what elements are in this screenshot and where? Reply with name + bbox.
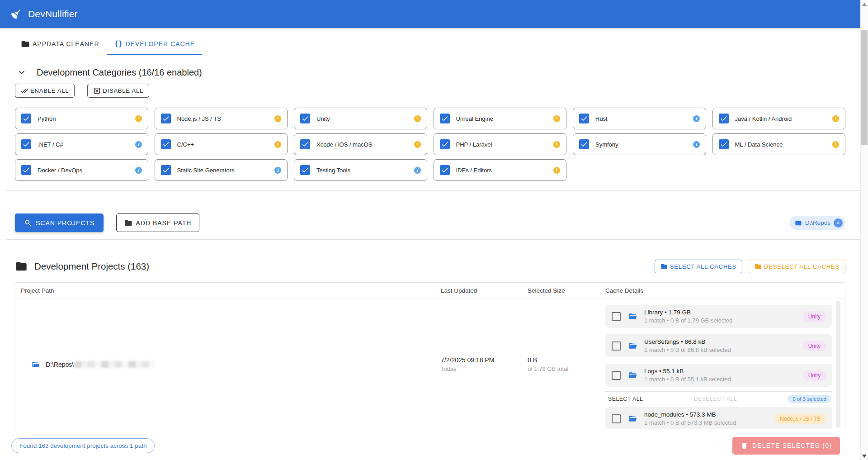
category-info-badge[interactable]: [414, 141, 421, 148]
status-chip: Found 163 development projects across 1 …: [11, 438, 155, 453]
projects-heading-row: Development Projects (163) SELECT ALL CA…: [15, 260, 845, 273]
category-card-ml[interactable]: ML / Data Science: [712, 133, 846, 155]
category-info-badge[interactable]: [274, 141, 281, 148]
check-icon: [301, 166, 309, 174]
category-info-badge[interactable]: [414, 167, 421, 174]
category-card-cpp[interactable]: C/C++: [155, 133, 288, 155]
checkbox-checked[interactable]: [161, 114, 171, 123]
category-card-php[interactable]: PHP / Laravel: [434, 133, 567, 155]
category-info-badge[interactable]: [274, 115, 281, 122]
checkbox-checked[interactable]: [719, 139, 729, 149]
category-label: Symfony: [595, 141, 618, 148]
checkbox-checked[interactable]: [719, 114, 729, 123]
category-card-dotnet[interactable]: .NET / C#: [15, 133, 148, 155]
check-icon: [22, 140, 30, 148]
category-info-badge[interactable]: [693, 115, 700, 122]
category-label: ML / Data Science: [735, 141, 783, 148]
scrollbar-down-arrow-icon[interactable]: [861, 452, 868, 460]
cache-row-library[interactable]: Library • 1.79 GB 1 match • 0 B of 1.79 …: [605, 305, 832, 328]
category-grid: Python Node.js / JS / TS Unity Unreal En…: [15, 108, 845, 181]
tab-appdata-cleaner[interactable]: APPDATA CLEANER: [14, 33, 107, 55]
scrollbar-thumb[interactable]: [861, 30, 868, 145]
base-path-chip[interactable]: D:\Repos ×: [789, 216, 845, 230]
footer-bar: Found 163 development projects across 1 …: [0, 431, 860, 460]
category-card-unreal[interactable]: Unreal Engine: [434, 108, 567, 129]
folder-open-icon: [32, 360, 40, 369]
close-icon[interactable]: ×: [834, 218, 843, 228]
checkbox-unchecked[interactable]: [612, 414, 621, 423]
category-info-badge[interactable]: [832, 115, 839, 122]
category-info-badge[interactable]: [553, 167, 560, 174]
category-card-docker[interactable]: Docker / DevOps: [15, 159, 148, 181]
checkbox-checked[interactable]: [440, 165, 450, 175]
tab-bar: APPDATA CLEANER DEVELOPER CACHE: [14, 33, 845, 55]
deselect-all-caches-button[interactable]: DESELECT ALL CACHES: [749, 260, 845, 273]
checkbox-checked[interactable]: [161, 165, 171, 175]
delete-selected-button[interactable]: DELETE SELECTED (0): [732, 437, 840, 455]
categories-actions: ENABLE ALL DISABLE ALL: [15, 84, 845, 98]
checkbox-unchecked[interactable]: [612, 341, 621, 351]
checkbox-unchecked[interactable]: [612, 371, 621, 380]
checkbox-checked[interactable]: [300, 165, 310, 175]
category-card-static-site[interactable]: Static Site Generators: [155, 159, 288, 181]
folder-icon: [795, 219, 802, 227]
category-card-python[interactable]: Python: [15, 108, 148, 129]
checkbox-checked[interactable]: [21, 165, 31, 175]
collapse-toggle[interactable]: [16, 66, 28, 78]
checkbox-checked[interactable]: [579, 139, 589, 149]
scan-projects-button[interactable]: SCAN PROJECTS: [15, 213, 104, 232]
category-info-badge[interactable]: [553, 115, 560, 122]
checkbox-checked[interactable]: [21, 114, 31, 123]
cache-row-text: Library • 1.79 GB 1 match • 0 B of 1.79 …: [644, 309, 732, 324]
enable-all-button[interactable]: ENABLE ALL: [15, 84, 75, 98]
cache-category-chip: Unity: [803, 370, 826, 381]
category-card-ides[interactable]: IDEs / Editors: [434, 159, 567, 181]
close-box-icon: [93, 87, 101, 95]
category-info-badge[interactable]: [135, 167, 142, 174]
checkbox-checked[interactable]: [21, 139, 31, 149]
group-select-all-button[interactable]: SELECT ALL: [608, 396, 643, 402]
category-card-node[interactable]: Node.js / JS / TS: [155, 108, 288, 129]
add-base-path-button[interactable]: ADD BASE PATH: [116, 213, 199, 232]
deselect-all-caches-label: DESELECT ALL CACHES: [764, 263, 840, 270]
checkbox-checked[interactable]: [300, 114, 310, 123]
group-deselect-all-button[interactable]: DESELECT ALL: [694, 396, 737, 402]
category-info-badge[interactable]: [274, 167, 281, 174]
cache-list-scrollbar[interactable]: [836, 301, 840, 428]
window-scrollbar[interactable]: [860, 0, 868, 460]
tab-developer-label: DEVELOPER CACHE: [126, 40, 195, 47]
category-info-badge[interactable]: [553, 141, 560, 148]
checkbox-unchecked[interactable]: [612, 312, 621, 321]
category-card-java[interactable]: Java / Kotlin / Android: [712, 108, 846, 129]
select-all-caches-label: SELECT ALL CACHES: [670, 263, 736, 270]
check-icon: [162, 140, 170, 148]
cache-subtitle: 1 match • 0 B of 86.8 kB selected: [644, 346, 731, 353]
check-icon: [22, 114, 30, 123]
category-card-unity[interactable]: Unity: [294, 108, 427, 129]
category-card-testing[interactable]: Testing Tools: [294, 159, 427, 181]
cache-row-usersettings[interactable]: UserSettings • 86.8 kB 1 match • 0 B of …: [605, 334, 832, 357]
category-card-rust[interactable]: Rust: [573, 108, 706, 129]
divider: [6, 190, 862, 191]
scrollbar-up-arrow-icon[interactable]: [861, 0, 868, 8]
scan-row: SCAN PROJECTS ADD BASE PATH D:\Repos ×: [15, 213, 845, 232]
category-card-symfony[interactable]: Symfony: [573, 133, 706, 155]
select-all-caches-button[interactable]: SELECT ALL CACHES: [655, 260, 742, 273]
category-info-badge[interactable]: [135, 141, 142, 148]
checkbox-checked[interactable]: [300, 139, 310, 149]
category-info-badge[interactable]: [135, 115, 142, 122]
checkbox-checked[interactable]: [440, 114, 450, 123]
cache-row-logs[interactable]: Logs • 55.1 kB 1 match • 0 B of 55.1 kB …: [605, 364, 832, 387]
category-label: C/C++: [177, 141, 194, 148]
cache-row-node-modules[interactable]: node_modules • 573.3 MB 1 match • 0 B of…: [605, 407, 832, 429]
table-header-row: Project Path Last Updated Selected Size …: [15, 283, 845, 299]
checkbox-checked[interactable]: [579, 114, 589, 123]
disable-all-button[interactable]: DISABLE ALL: [87, 84, 149, 98]
checkbox-checked[interactable]: [440, 139, 450, 149]
category-info-badge[interactable]: [832, 141, 839, 148]
category-card-xcode[interactable]: Xcode / iOS / macOS: [294, 133, 427, 155]
category-info-badge[interactable]: [414, 115, 421, 122]
tab-developer-cache[interactable]: DEVELOPER CACHE: [107, 33, 202, 55]
category-info-badge[interactable]: [693, 141, 700, 148]
checkbox-checked[interactable]: [161, 139, 171, 149]
